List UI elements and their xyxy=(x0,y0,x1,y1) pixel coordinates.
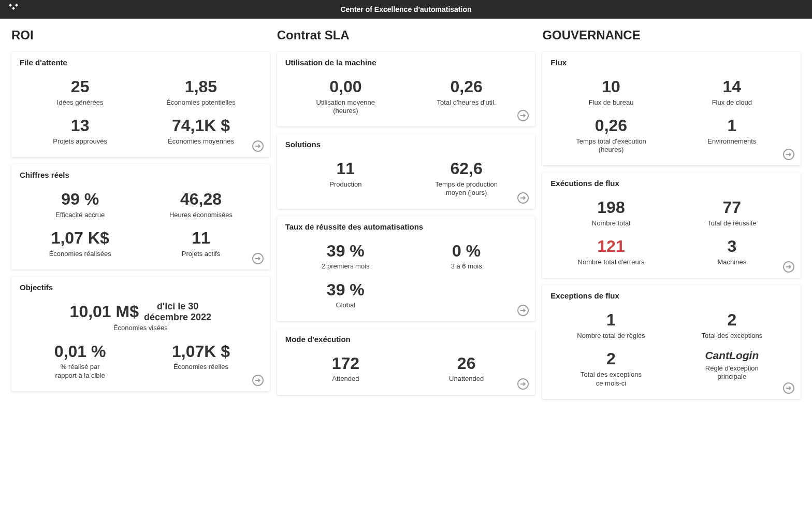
metric-label: Économies réalisées xyxy=(22,250,138,258)
metric-value: 11 xyxy=(142,229,259,248)
metric-label: Unattended xyxy=(408,375,525,383)
metric-first2months: 39 % 2 premiers mois xyxy=(285,238,406,277)
metric-label: Total de réussite xyxy=(674,219,790,227)
metric-value: 74,1K $ xyxy=(142,116,259,135)
card-title-machine: Utilisation de la machine xyxy=(285,58,527,67)
drillthrough-icon[interactable] xyxy=(783,149,794,160)
metric-value: 0 % xyxy=(408,241,525,261)
drillthrough-icon[interactable] xyxy=(517,192,529,204)
metric-total-rules: 1 Nombre total de règles xyxy=(550,307,671,346)
card-title-queue: File d'attente xyxy=(20,58,262,67)
card-title-solutions: Solutions xyxy=(285,140,527,149)
drillthrough-icon[interactable] xyxy=(517,378,529,390)
drillthrough-icon[interactable] xyxy=(517,110,529,121)
metric-value: 39 % xyxy=(287,280,404,300)
metric-label: Temps de production moyen (jours) xyxy=(408,180,525,197)
metric-value: 1,07 K$ xyxy=(22,229,138,248)
goal-target-date: d'ici le 30 décembre 2022 xyxy=(144,301,211,322)
metric-label: Économies réelles xyxy=(142,363,259,371)
card-title-actuals: Chiffres réels xyxy=(20,170,262,179)
metric-label: Économies potentielles xyxy=(142,98,259,107)
card-runmode: Mode d'exécution 172 Attended 26 Unatten… xyxy=(277,329,535,395)
metric-attended: 172 Attended xyxy=(285,351,406,390)
metric-label: Environnements xyxy=(674,137,790,146)
metric-value: 1 xyxy=(674,116,790,135)
metric-value: 1,07K $ xyxy=(142,342,259,361)
metric-total-exceptions: 2 Total des exceptions xyxy=(672,307,792,346)
metric-label: Efficacité accrue xyxy=(22,211,138,219)
goal-target-label: Économies visées xyxy=(20,324,262,332)
section-title-sla: Contrat SLA xyxy=(277,28,535,42)
metric-label: Global xyxy=(287,301,404,309)
metric-label: Utilisation moyenne (heures) xyxy=(287,98,404,116)
metric-label: Total d'heures d'util. xyxy=(408,98,525,107)
metric-label: Flux de cloud xyxy=(674,98,790,107)
drillthrough-icon[interactable] xyxy=(252,253,264,264)
metric-cloud-flows: 14 Flux de cloud xyxy=(672,74,792,113)
card-title-flow-exceptions: Exceptions de flux xyxy=(550,291,792,300)
metric-value: 46,28 xyxy=(142,190,259,209)
metric-value: 2 xyxy=(674,310,790,330)
app-title: Center of Excellence d'automatisation xyxy=(0,4,812,15)
drillthrough-icon[interactable] xyxy=(783,261,794,273)
metric-environments: 1 Environnements xyxy=(672,113,792,160)
metric-global: 39 % Global xyxy=(285,277,406,316)
metric-approved: 13 Projets approuvés xyxy=(20,113,140,152)
goal-target-value: 10,01 M$ xyxy=(70,302,139,321)
metric-value: 198 xyxy=(553,198,669,217)
drillthrough-icon[interactable] xyxy=(252,375,264,386)
metric-value: CantLogin xyxy=(674,349,790,362)
metric-label: Total des exceptions xyxy=(674,332,790,340)
card-flows: Flux 10 Flux de bureau 14 Flux de cloud … xyxy=(542,52,801,165)
metric-label: Temps total d'exécution (heures) xyxy=(553,137,669,154)
app-header: Center of Excellence d'automatisation xyxy=(0,0,812,19)
goal-target: 10,01 M$ d'ici le 30 décembre 2022 xyxy=(20,299,262,323)
card-queue: File d'attente 25 Idées générées 1,85 Éc… xyxy=(11,52,270,157)
metric-label: Flux de bureau xyxy=(553,98,669,107)
metric-realized-savings: 1,07 K$ Économies réalisées xyxy=(20,225,140,264)
metric-label: Nombre total d'erreurs xyxy=(553,258,669,266)
metric-label: Total des exceptions ce mois-ci xyxy=(553,371,669,388)
card-success-rate: Taux de réussite des automatisations 39 … xyxy=(277,216,535,321)
metric-value: 0,26 xyxy=(553,116,669,135)
metric-label: Heures économisées xyxy=(142,211,259,219)
metric-production: 11 Production xyxy=(285,156,406,203)
column-sla: Contrat SLA Utilisation de la machine 0,… xyxy=(277,28,535,406)
metric-value: 25 xyxy=(22,77,138,96)
metric-avg-savings: 74,1K $ Économies moyennes xyxy=(140,113,261,152)
card-title-goals: Objectifs xyxy=(20,283,262,292)
metric-prod-time: 62,6 Temps de production moyen (jours) xyxy=(406,156,527,203)
metric-value: 62,6 xyxy=(408,159,525,178)
section-title-governance: GOUVERNANCE xyxy=(542,28,801,42)
card-machine-usage: Utilisation de la machine 0,00 Utilisati… xyxy=(277,52,535,126)
metric-active-projects: 11 Projets actifs xyxy=(140,225,261,264)
metric-3to6months: 0 % 3 à 6 mois xyxy=(406,238,527,277)
drillthrough-icon[interactable] xyxy=(252,140,264,152)
section-title-roi: ROI xyxy=(11,28,270,42)
card-title-runmode: Mode d'exécution xyxy=(285,335,527,344)
card-goals: Objectifs 10,01 M$ d'ici le 30 décembre … xyxy=(11,277,270,391)
metric-potential-savings: 1,85 Économies potentielles xyxy=(140,74,261,113)
metric-value: 1 xyxy=(553,310,669,330)
metric-total-runtime: 0,26 Temps total d'exécution (heures) xyxy=(550,113,671,160)
metric-empty xyxy=(406,277,527,316)
metric-label: Nombre total de règles xyxy=(553,332,669,340)
metric-month-exceptions: 2 Total des exceptions ce mois-ci xyxy=(550,346,671,393)
metric-label: Projets approuvés xyxy=(22,137,138,146)
metric-value: 14 xyxy=(674,77,790,96)
metric-value: 1,85 xyxy=(142,77,259,96)
metric-value: 0,00 xyxy=(287,77,404,96)
drillthrough-icon[interactable] xyxy=(783,382,794,394)
metric-label: Règle d'exception principale xyxy=(674,364,790,381)
card-flow-runs: Exécutions de flux 198 Nombre total 77 T… xyxy=(542,173,801,278)
metric-value: 2 xyxy=(553,349,669,368)
card-solutions: Solutions 11 Production 62,6 Temps de pr… xyxy=(277,134,535,208)
metric-label: Idées générées xyxy=(22,98,138,107)
metric-pct-realized: 0,01 % % réalisé par rapport à la cible xyxy=(20,339,140,386)
metric-value: 11 xyxy=(287,159,404,178)
metric-value: 99 % xyxy=(22,190,138,209)
metric-value-error: 121 xyxy=(553,237,669,256)
drillthrough-icon[interactable] xyxy=(517,305,529,316)
metric-label: Nombre total xyxy=(553,219,669,227)
card-title-flows: Flux xyxy=(550,58,792,67)
